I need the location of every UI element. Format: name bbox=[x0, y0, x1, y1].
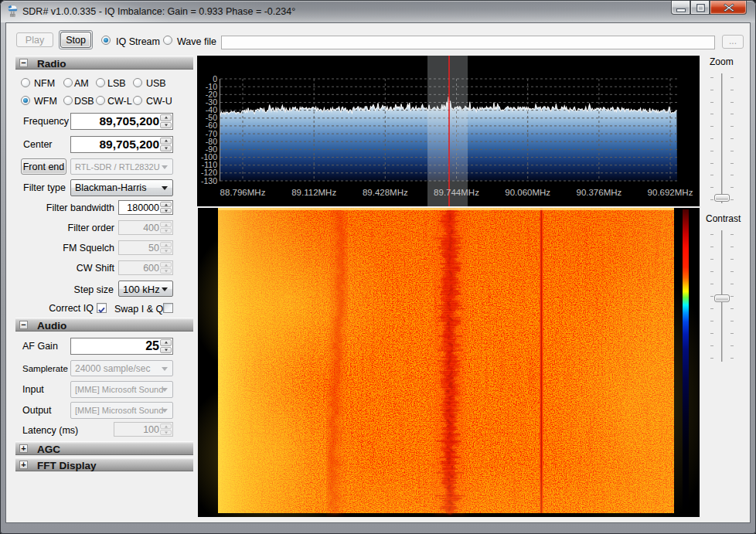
svg-text:90.692MHz: 90.692MHz bbox=[648, 188, 693, 197]
svg-text:90.376MHz: 90.376MHz bbox=[576, 188, 621, 197]
svg-text:90.060MHz: 90.060MHz bbox=[505, 188, 550, 197]
svg-text:-130: -130 bbox=[201, 176, 217, 185]
svg-text:89.112MHz: 89.112MHz bbox=[291, 188, 336, 197]
svg-text:89.744MHz: 89.744MHz bbox=[434, 188, 479, 197]
svg-text:89.428MHz: 89.428MHz bbox=[363, 188, 408, 197]
svg-text:88.796MHz: 88.796MHz bbox=[220, 188, 266, 197]
